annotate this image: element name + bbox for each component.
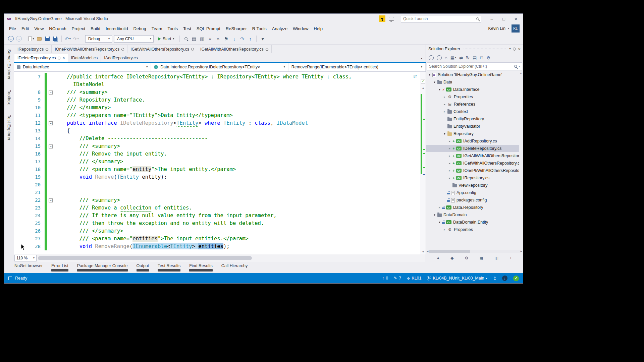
- document-tab-irepository-cs[interactable]: IRepository.cs: [14, 45, 52, 53]
- navigate-backward-button[interactable]: ←: [8, 35, 14, 43]
- uncomment-selection-button[interactable]: ▥: [199, 35, 205, 43]
- code-line-13[interactable]: 13 {: [14, 127, 420, 135]
- type-dropdown[interactable]: Data.Interface.Repository.IDeleteReposit…: [151, 63, 288, 71]
- expand-arrow-icon[interactable]: ▸: [447, 162, 452, 165]
- show-all-files-icon[interactable]: ▤: [473, 55, 477, 60]
- solution-search-input[interactable]: [429, 64, 513, 69]
- menu-item-analyze[interactable]: Analyze: [269, 25, 290, 33]
- horizontal-scrollbar[interactable]: [37, 254, 426, 262]
- code-line-10[interactable]: 10 /// </summary>: [14, 104, 420, 112]
- expand-arrow-icon[interactable]: ▸: [447, 139, 452, 143]
- tree-item-properties[interactable]: ▸⚙Properties: [426, 226, 519, 233]
- tree-item-igetwithallothersrepository-cs[interactable]: ▸+C#IGetWithAllOthersRepository.cs: [426, 160, 519, 167]
- document-tab-igetallwithallothersrepository-cs[interactable]: IGetAllWithAllOthersRepository.cs: [197, 45, 272, 53]
- document-tab-ideleterepository-cs[interactable]: IDeleteRepository.cs: [14, 54, 68, 62]
- document-tab-idatamodel-cs[interactable]: IDataModel.cs: [68, 54, 101, 62]
- status-item-build-health[interactable]: ✓: [513, 276, 519, 281]
- undo-button[interactable]: ↶: [65, 35, 71, 43]
- close-tab-icon[interactable]: [62, 56, 65, 60]
- tree-scroll-up-arrow[interactable]: [520, 72, 522, 75]
- scrollbar-thumb[interactable]: [38, 256, 252, 260]
- close-window-button[interactable]: [511, 15, 521, 22]
- maximize-button[interactable]: [499, 15, 509, 22]
- feedback-icon[interactable]: [389, 17, 394, 21]
- navigate-back-icon[interactable]: ←: [429, 55, 434, 60]
- panel-tab-output[interactable]: Output: [137, 263, 149, 272]
- panel-tab-nuget-browser[interactable]: NuGet browser: [14, 263, 43, 268]
- tree-item-entityrepository[interactable]: EntityRepository: [426, 115, 519, 123]
- redo-button[interactable]: ↷: [73, 35, 79, 43]
- expand-arrow-icon[interactable]: ▸: [447, 169, 452, 172]
- start-debugging-button[interactable]: Start: [156, 35, 176, 43]
- menu-item-view[interactable]: View: [32, 25, 46, 33]
- step-into-button[interactable]: ↓: [231, 35, 237, 43]
- solution-configuration-combo[interactable]: Debug: [85, 35, 112, 43]
- status-item-publish[interactable]: ↥: [493, 276, 496, 281]
- zoom-selector[interactable]: 110 %: [14, 255, 37, 261]
- tree-item-solution-ithandyguy-onlinegame[interactable]: ▾Solution 'ItHandyGuy.OnlineGame': [426, 71, 519, 78]
- close-panel-icon[interactable]: [518, 46, 521, 52]
- tree-item-context[interactable]: ▸Context: [426, 108, 519, 115]
- resharper-context-icon[interactable]: [413, 74, 417, 79]
- ncrunch-filter-icon[interactable]: [379, 15, 385, 22]
- increase-indent-button[interactable]: »: [215, 35, 221, 43]
- collapse-region-icon[interactable]: [49, 198, 53, 202]
- pin-icon[interactable]: [121, 47, 124, 51]
- collapse-all-icon[interactable]: ⊟: [480, 55, 483, 60]
- project-dropdown[interactable]: Data.Interface: [14, 63, 151, 71]
- menu-item-help[interactable]: Help: [311, 25, 325, 33]
- panel-tab-test-results[interactable]: Test Results: [158, 263, 180, 272]
- tree-item-datadomain-entity[interactable]: ▾C#DataDomain.Entity: [426, 219, 519, 226]
- save-button[interactable]: [44, 35, 50, 43]
- document-tab-ionepkwithallothersrepository-cs[interactable]: IOnePkWithAllOthersRepository.cs: [52, 45, 127, 53]
- code-line-23[interactable]: 23 /// Remove a colleciton of entities.: [14, 204, 420, 212]
- chevron-down-icon[interactable]: [508, 27, 509, 30]
- panel-tab-call-hierarchy[interactable]: Call Hierarchy: [221, 263, 248, 268]
- expand-arrow-icon[interactable]: ▸: [447, 154, 452, 158]
- tree-item-data-repository[interactable]: ▸C#Data.Repository: [426, 204, 519, 211]
- menu-item-test[interactable]: Test: [180, 25, 194, 33]
- code-line-15[interactable]: 15 /// <summary>: [14, 142, 420, 150]
- menu-item-sql-prompt[interactable]: SQL Prompt: [194, 25, 223, 33]
- code-line-20[interactable]: 20: [14, 181, 420, 189]
- navigate-forward-button[interactable]: →: [16, 35, 22, 43]
- notifications-tab-icon[interactable]: +: [509, 256, 512, 260]
- code-line-9[interactable]: 9 /// Repository Interface.: [14, 96, 420, 104]
- scrollbar-thumb[interactable]: [429, 250, 470, 253]
- tree-item-irepository-cs[interactable]: ▸+C#IRepository.cs: [426, 174, 519, 182]
- code-editor[interactable]: 7 //public interface IDeleteRepository<T…: [14, 72, 426, 254]
- code-line-12[interactable]: 12 public interface IDeleteRepository<TE…: [14, 119, 420, 127]
- tree-item-ionepkwithallothersrepository-cs[interactable]: ▸+C#IOnePkWithAllOthersRepository.cs: [426, 167, 519, 174]
- tree-item-datadomain[interactable]: ▾DataDomain: [426, 211, 519, 219]
- code-line-28[interactable]: 28 void RemoveRange(IEnumerable<TEntity>…: [14, 243, 420, 250]
- pin-icon[interactable]: [191, 47, 194, 51]
- bookmarks-tab-icon[interactable]: ◫: [495, 256, 498, 260]
- tree-item-data[interactable]: ▾Data: [426, 78, 519, 86]
- tree-horizontal-scrollbar[interactable]: [426, 249, 523, 254]
- status-item-branch[interactable]: KL/04B_NUnit_KL/00_Main▴: [427, 276, 487, 281]
- class-view-tab-icon[interactable]: ◆: [450, 256, 453, 260]
- sidebar-tab-server-explorer[interactable]: Server Explorer: [7, 49, 11, 80]
- status-item-repository[interactable]: ◆KL01: [407, 276, 421, 281]
- menu-item-debug[interactable]: Debug: [131, 25, 149, 33]
- menu-item-ncrunch[interactable]: NCrunch: [46, 25, 69, 33]
- tree-item-entityvalidator[interactable]: EntityValidator: [426, 123, 519, 130]
- collapse-arrow-icon[interactable]: ▾: [432, 80, 437, 84]
- user-name[interactable]: Kevin Lin: [488, 26, 505, 31]
- menu-item-tools[interactable]: Tools: [165, 25, 180, 33]
- toolbar-options-button[interactable]: ▾: [260, 35, 266, 43]
- pin-icon[interactable]: [57, 56, 61, 60]
- collapse-region-icon[interactable]: [49, 90, 53, 95]
- menu-item-window[interactable]: Window: [290, 25, 311, 33]
- expand-arrow-icon[interactable]: ▸: [447, 147, 452, 150]
- scroll-up-arrow[interactable]: [420, 86, 426, 89]
- tree-item-viewrepository[interactable]: ViewRepository: [426, 182, 519, 189]
- code-line-16[interactable]: 16 /// Remove the input entity.: [14, 150, 420, 158]
- save-all-button[interactable]: [52, 35, 58, 43]
- code-line-wrap[interactable]: IDataModel: [14, 81, 420, 88]
- tree-item-repository[interactable]: ▾Repository: [426, 130, 519, 137]
- collapse-arrow-icon[interactable]: ▾: [432, 213, 437, 217]
- navigate-forward-icon[interactable]: →: [437, 55, 442, 60]
- switch-views-icon[interactable]: ▦: [450, 55, 456, 60]
- menu-item-build[interactable]: Build: [88, 25, 103, 33]
